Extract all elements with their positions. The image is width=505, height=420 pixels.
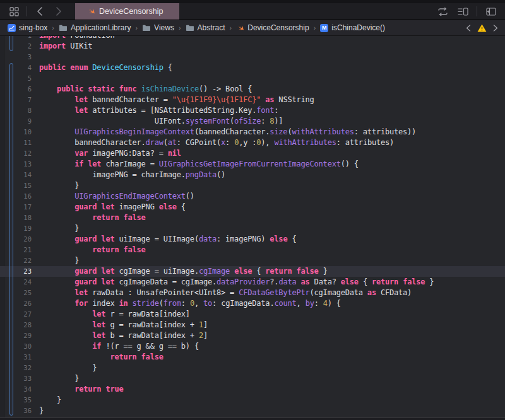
warning-icon[interactable] <box>477 24 487 32</box>
line-number[interactable]: 28 <box>0 320 33 330</box>
line-number[interactable]: 16 <box>0 191 33 202</box>
breadcrumb-item-sing-box[interactable]: sing-box <box>8 23 47 32</box>
breadcrumb-item-applicationlibrary[interactable]: ApplicationLibrary <box>59 23 131 32</box>
back-icon[interactable] <box>32 4 47 18</box>
code-line[interactable]: 5 <box>0 73 505 84</box>
separator <box>477 6 477 16</box>
code-line[interactable]: 32 } <box>0 363 505 373</box>
line-number[interactable]: 19 <box>0 223 33 234</box>
line-number[interactable]: 3 <box>0 52 33 62</box>
line-number[interactable]: 10 <box>0 127 33 137</box>
line-number[interactable]: 13 <box>0 159 33 170</box>
breadcrumb-item-devicecensorship[interactable]: DeviceCensorship <box>236 23 309 32</box>
source-control-change-bar[interactable] <box>9 36 13 51</box>
line-number[interactable]: 26 <box>0 298 33 309</box>
code-text: if !(r == g && g == b) { <box>33 341 199 352</box>
line-number[interactable]: 14 <box>0 170 33 180</box>
code-text: } <box>33 405 44 416</box>
line-number[interactable]: 15 <box>0 180 33 191</box>
line-number[interactable]: 9 <box>0 116 33 127</box>
code-line[interactable]: 34 return true <box>0 384 505 395</box>
line-number[interactable]: 7 <box>0 95 33 105</box>
code-line[interactable]: 2import UIKit <box>0 41 505 52</box>
line-number[interactable]: 30 <box>0 341 33 352</box>
line-number[interactable]: 11 <box>0 137 33 148</box>
line-number[interactable]: 12 <box>0 148 33 159</box>
line-number[interactable]: 29 <box>0 330 33 341</box>
code-line[interactable]: 7 let bannedCharacter = "\u{1F1F9}\u{1F1… <box>0 95 505 105</box>
code-line[interactable]: 20 guard let uiImage = UIImage(data: ima… <box>0 234 505 245</box>
tab-overview-icon[interactable] <box>6 4 21 18</box>
code-line[interactable]: 23 guard let cgImage = uiImage.cgImage e… <box>0 266 505 277</box>
line-number[interactable]: 2 <box>0 41 33 52</box>
code-line[interactable]: 36} <box>0 405 505 416</box>
code-line[interactable]: 17 guard let imagePNG else { <box>0 202 505 213</box>
code-line[interactable]: 12 var imagePNG:Data? = nil <box>0 148 505 159</box>
line-number[interactable]: 1 <box>0 36 33 41</box>
source-control-change-bar[interactable] <box>9 63 13 416</box>
breadcrumb: sing-box›ApplicationLibrary›Views›Abstra… <box>0 20 505 36</box>
line-number[interactable]: 21 <box>0 245 33 255</box>
line-number[interactable]: 36 <box>0 405 33 416</box>
code-line[interactable]: 27 let r = rawData[index] <box>0 309 505 320</box>
code-line[interactable]: 29 let b = rawData[index + 2] <box>0 330 505 341</box>
code-line[interactable]: 19 } <box>0 223 505 234</box>
line-number[interactable]: 35 <box>0 395 33 405</box>
line-number[interactable]: 24 <box>0 277 33 288</box>
line-number[interactable]: 23 <box>0 266 33 277</box>
code-line[interactable]: 11 bannedCharacter.draw(at: CGPoint(x: 0… <box>0 137 505 148</box>
code-line[interactable]: 9 UIFont.systemFont(ofSize: 8)] <box>0 116 505 127</box>
previous-issue-icon[interactable] <box>464 21 473 35</box>
editor-tab[interactable]: DeviceCensorship <box>75 3 179 20</box>
line-number[interactable]: 4 <box>0 62 33 73</box>
code-line[interactable]: 28 let g = rawData[index + 1] <box>0 320 505 330</box>
code-text: let r = rawData[index] <box>33 309 190 320</box>
code-line[interactable]: 16 UIGraphicsEndImageContext() <box>0 191 505 202</box>
code-line[interactable]: 15 } <box>0 180 505 191</box>
code-line[interactable]: 21 return false <box>0 245 505 255</box>
code-line[interactable]: 1import Foundation <box>0 36 505 41</box>
code-line[interactable]: 6 public static func isChinaDevice() -> … <box>0 84 505 95</box>
line-number[interactable]: 6 <box>0 84 33 95</box>
line-number[interactable]: 32 <box>0 363 33 373</box>
editor-options-icon[interactable] <box>455 4 470 18</box>
code-line[interactable]: 8 let attributes = [NSAttributedString.K… <box>0 105 505 116</box>
code-line[interactable]: 33 } <box>0 373 505 384</box>
code-line[interactable]: 25 let rawData : UnsafePointer<UInt8> = … <box>0 288 505 298</box>
line-number[interactable]: 17 <box>0 202 33 213</box>
code-line[interactable]: 3 <box>0 52 505 62</box>
line-number[interactable]: 34 <box>0 384 33 395</box>
line-number[interactable]: 25 <box>0 288 33 298</box>
code-line[interactable]: 30 if !(r == g && g == b) { <box>0 341 505 352</box>
next-issue-icon[interactable] <box>491 21 500 35</box>
chevron-right-icon: › <box>135 24 138 32</box>
code-line[interactable]: 31 return false <box>0 352 505 363</box>
code-text: guard let imagePNG else { <box>33 202 186 213</box>
code-line[interactable]: 14 imagePNG = charImage.pngData() <box>0 170 505 180</box>
forward-icon[interactable] <box>51 4 66 18</box>
code-editor[interactable]: 1import Foundation2import UIKit34public … <box>0 36 505 417</box>
code-line[interactable]: 24 guard let cgImageData = cgImage.dataP… <box>0 277 505 288</box>
add-editor-icon[interactable] <box>484 4 499 18</box>
line-number[interactable]: 18 <box>0 213 33 223</box>
breadcrumb-item-views[interactable]: Views <box>142 23 174 32</box>
breadcrumb-item-abstract[interactable]: Abstract <box>186 23 225 32</box>
code-line[interactable]: 26 for index in stride(from: 0, to: cgIm… <box>0 298 505 309</box>
line-number[interactable]: 22 <box>0 255 33 266</box>
line-number[interactable]: 27 <box>0 309 33 320</box>
code-line[interactable]: 35 } <box>0 395 505 405</box>
code-line[interactable]: 22 } <box>0 255 505 266</box>
breadcrumb-label: Abstract <box>198 23 225 32</box>
code-line[interactable]: 4public enum DeviceCensorship { <box>0 62 505 73</box>
swift-icon <box>236 24 244 32</box>
breadcrumb-item-ischinadevice-[interactable]: MisChinaDevice() <box>320 23 385 32</box>
code-line[interactable]: 10 UIGraphicsBeginImageContext(bannedCha… <box>0 127 505 137</box>
line-number[interactable]: 31 <box>0 352 33 363</box>
code-review-icon[interactable] <box>435 4 450 18</box>
line-number[interactable]: 8 <box>0 105 33 116</box>
code-line[interactable]: 13 if let charImage = UIGraphicsGetImage… <box>0 159 505 170</box>
code-line[interactable]: 18 return false <box>0 213 505 223</box>
line-number[interactable]: 20 <box>0 234 33 245</box>
line-number[interactable]: 5 <box>0 73 33 84</box>
line-number[interactable]: 33 <box>0 373 33 384</box>
